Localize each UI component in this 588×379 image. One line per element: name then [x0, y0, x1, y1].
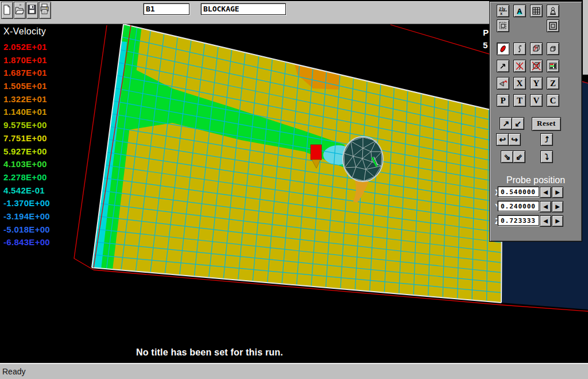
outline-box-icon	[548, 21, 558, 30]
probe-y-increment-button[interactable]: ▶	[552, 201, 563, 212]
open-file-button[interactable]	[14, 2, 26, 19]
variable-v-button[interactable]: V	[530, 94, 543, 107]
probe-z-increment-button[interactable]: ▶	[552, 215, 563, 227]
iso-surface-icon	[532, 44, 541, 53]
variable-p-button[interactable]: P	[497, 94, 509, 107]
legend-value: 9.575E+00	[3, 119, 50, 132]
sphere-object[interactable]	[343, 137, 383, 181]
wireframe-cube-icon	[548, 44, 558, 53]
snapshot-icon	[498, 79, 508, 88]
new-file-icon	[2, 2, 11, 17]
wireframe-cube-button[interactable]	[547, 42, 559, 55]
status-text: Ready	[2, 367, 25, 376]
object-name-field[interactable]	[144, 3, 189, 15]
legend-value: 1.505E+01	[3, 80, 50, 93]
legend-value: -5.018E+00	[3, 223, 50, 237]
main-toolbar	[0, 1, 489, 24]
variable-t-button[interactable]: T	[513, 94, 526, 107]
print-button[interactable]	[39, 2, 51, 19]
legend-value: 2.278E+00	[3, 171, 50, 184]
print-icon	[40, 2, 49, 17]
legend-value: -3.194E+00	[3, 210, 50, 223]
docked-panel-edge	[582, 0, 588, 75]
contour-plane	[91, 24, 502, 303]
view-control-panel: 2 y x A	[489, 1, 582, 242]
legend-value: 1.687E+01	[3, 67, 50, 80]
slice-x-button[interactable]: X	[513, 77, 526, 90]
legend-value: -6.843E+00	[3, 236, 50, 249]
select-region-icon	[498, 21, 508, 30]
rotate-ne-button[interactable]: ↗	[500, 117, 512, 130]
probe-y-input[interactable]	[498, 201, 539, 211]
annotate-text-button[interactable]: A	[513, 5, 526, 17]
probe-toggle-button[interactable]	[547, 5, 559, 17]
occluded-legend-fragment: P	[483, 28, 489, 37]
open-file-icon	[14, 2, 24, 17]
probe-x-decrement-button[interactable]: ◀	[540, 187, 551, 198]
svg-text:x: x	[500, 11, 502, 16]
swoop-right-button[interactable]: ⇙	[513, 150, 525, 163]
legend-value: 1.870E+01	[3, 54, 50, 67]
legend-value: 5.927E+00	[3, 145, 50, 158]
reset-view-button[interactable]: Reset	[532, 117, 561, 131]
svg-text:A: A	[517, 7, 523, 16]
palette-button[interactable]	[547, 60, 559, 72]
swoop-left-button[interactable]: ⇘	[501, 150, 513, 163]
legend-value: 2.052E+01	[3, 41, 50, 54]
legend-value: 7.751E+00	[3, 132, 50, 145]
contour-button[interactable]	[497, 42, 509, 55]
status-bar: Ready	[0, 363, 588, 379]
probe-z-decrement-button[interactable]: ◀	[540, 215, 551, 227]
tilt-up-button[interactable]: ⤴	[540, 133, 553, 146]
vector-icon	[498, 61, 508, 71]
annotate-text-icon: A	[515, 6, 524, 16]
select-region-button[interactable]	[497, 20, 509, 32]
tilt-down-button[interactable]: ⤵	[540, 150, 553, 163]
slice-z-button[interactable]: Z	[547, 77, 559, 90]
streamline-icon	[515, 44, 524, 53]
delete-streamline-icon	[515, 61, 524, 71]
delete-streamline-button[interactable]	[513, 60, 526, 72]
slice-y-button[interactable]: Y	[530, 77, 543, 90]
snapshot-button[interactable]	[497, 77, 509, 90]
save-file-button[interactable]	[26, 2, 38, 19]
legend-value: 1.140E+01	[3, 106, 50, 119]
probe-y-decrement-button[interactable]: ◀	[540, 201, 551, 212]
mesh-grid-icon	[532, 6, 541, 16]
contour-icon	[498, 44, 508, 53]
delete-surface-icon	[532, 61, 541, 71]
outline-box-button[interactable]	[547, 20, 559, 32]
streamline-button[interactable]	[513, 42, 526, 55]
run-title-message: No title has been set for this run.	[136, 347, 283, 358]
object-type-field[interactable]	[201, 3, 286, 15]
rotate-sw-button[interactable]: ↙	[512, 117, 524, 130]
turn-right-button[interactable]: ↪	[508, 133, 521, 146]
probe-x-increment-button[interactable]: ▶	[552, 187, 563, 198]
legend-value: 4.542E-01	[3, 184, 50, 198]
legend-value: -1.370E+00	[3, 197, 50, 210]
probe-position-title: Probe position	[490, 175, 582, 185]
probe-z-input[interactable]	[498, 215, 539, 226]
legend-title: X-Velocity	[3, 26, 50, 37]
vector-button[interactable]	[497, 60, 509, 72]
legend-value: 1.322E+01	[3, 93, 50, 106]
svg-text:2: 2	[499, 7, 501, 11]
variable-c-button[interactable]: C	[547, 94, 559, 107]
legend-value: 4.103E+00	[3, 158, 50, 171]
turn-left-button[interactable]: ↩	[496, 133, 509, 146]
plot-values-button[interactable]: 2 y x	[497, 5, 509, 17]
probe-marker-icon	[548, 6, 558, 16]
new-file-button[interactable]	[1, 2, 13, 19]
mesh-toggle-button[interactable]	[530, 5, 543, 17]
occluded-legend-fragment: 5	[483, 40, 488, 50]
probe-x-input[interactable]	[498, 187, 539, 197]
color-legend: X-Velocity 2.052E+01 1.870E+01 1.687E+01…	[3, 26, 50, 249]
save-file-icon	[27, 2, 37, 17]
plot-values-icon: 2 y x	[498, 6, 508, 16]
iso-surface-button[interactable]	[530, 42, 543, 55]
delete-surface-button[interactable]	[530, 60, 543, 72]
palette-icon	[548, 61, 558, 71]
